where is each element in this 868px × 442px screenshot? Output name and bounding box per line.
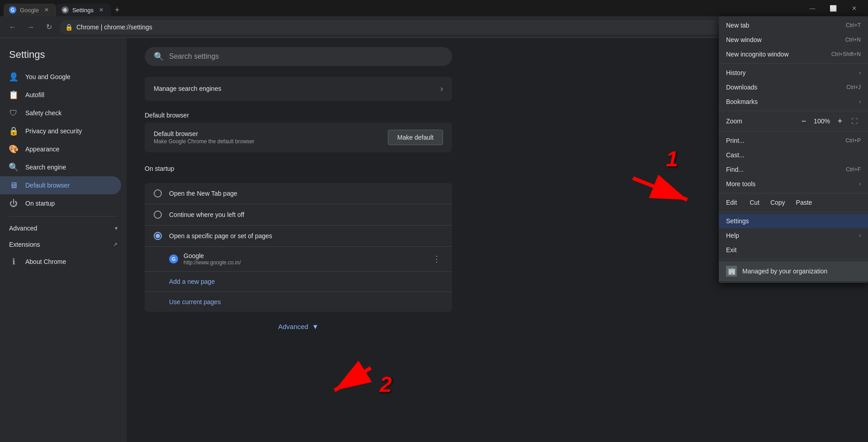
manage-search-engines-row[interactable]: Manage search engines › (145, 77, 452, 101)
sidebar-item-you-and-google[interactable]: 👤 You and Google (0, 68, 121, 86)
option-specific-label: Open a specific page or set of pages (169, 232, 272, 240)
ctx-divider-6 (719, 259, 868, 259)
on-startup-icon: ⏻ (9, 199, 18, 208)
ctx-print-shortcut: Ctrl+P (845, 137, 861, 144)
startup-page-entries: G Google http://www.google.co.in/ ⋮ Add … (145, 247, 452, 312)
page-info: Google http://www.google.co.in/ (184, 252, 425, 266)
page-menu-button[interactable]: ⋮ (430, 253, 443, 265)
lock-icon: 🔒 (65, 24, 73, 31)
ctx-divider-4 (719, 193, 868, 193)
maximize-button[interactable]: ⬜ (823, 0, 844, 16)
add-new-page-link[interactable]: Add a new page (145, 272, 452, 292)
new-tab-button[interactable]: + (111, 4, 123, 16)
privacy-security-label: Privacy and security (25, 127, 82, 135)
ctx-find[interactable]: Find... Ctrl+F (719, 162, 868, 177)
ctx-new-tab-label: New tab (726, 22, 749, 29)
sidebar-item-on-startup[interactable]: ⏻ On startup (0, 194, 121, 212)
advanced-label: Advanced (9, 225, 37, 232)
sidebar-extensions[interactable]: Extensions ↗ (0, 236, 127, 253)
address-bar[interactable]: 🔒 Chrome | chrome://settings (60, 20, 765, 34)
ctx-downloads[interactable]: Downloads Ctrl+J (719, 80, 868, 94)
manage-search-engines-card[interactable]: Manage search engines › (145, 77, 452, 101)
sidebar-title: Settings (0, 45, 127, 68)
safety-check-label: Safety check (25, 109, 61, 117)
option-specific[interactable]: Open a specific page or set of pages (145, 226, 452, 247)
page-entry-google: G Google http://www.google.co.in/ ⋮ (145, 247, 452, 272)
advanced-bottom[interactable]: Advanced ▼ (145, 312, 452, 341)
about-chrome-label: About Chrome (25, 258, 66, 265)
ctx-bookmarks-label: Bookmarks (726, 98, 758, 105)
ctx-cut-button[interactable]: Cut (744, 197, 765, 208)
ctx-exit-label: Exit (726, 246, 736, 254)
about-chrome-icon: ℹ (9, 257, 18, 266)
sidebar-item-default-browser[interactable]: 🖥 Default browser (0, 176, 121, 194)
tab-google[interactable]: G Google ✕ (4, 4, 56, 16)
ctx-find-shortcut: Ctrl+F (846, 166, 861, 173)
manage-search-engines-arrow: › (440, 84, 443, 94)
ctx-exit[interactable]: Exit (719, 243, 868, 257)
manage-search-engines-label: Manage search engines (154, 85, 221, 92)
radio-continue[interactable] (154, 211, 162, 219)
you-and-google-icon: 👤 (9, 72, 18, 81)
sidebar-item-search-engine[interactable]: 🔍 Search engine (0, 158, 121, 176)
sidebar-item-privacy-security[interactable]: 🔒 Privacy and security (0, 122, 121, 140)
ctx-new-window-shortcut: Ctrl+N (845, 37, 861, 43)
reload-button[interactable]: ↻ (42, 20, 56, 34)
settings-favicon: ⚙ (61, 6, 69, 14)
option-continue-label: Continue where you left off (169, 211, 244, 218)
option-continue[interactable]: Continue where you left off (145, 204, 452, 226)
ctx-cast-label: Cast... (726, 151, 744, 159)
ctx-history[interactable]: History › (719, 66, 868, 80)
minimize-button[interactable]: — (802, 0, 823, 16)
advanced-bottom-arrow: ▼ (312, 323, 319, 330)
tab-google-label: Google (20, 7, 39, 14)
tab-google-close[interactable]: ✕ (42, 6, 51, 14)
option-new-tab[interactable]: Open the New Tab page (145, 183, 452, 204)
advanced-bottom-label: Advanced (278, 323, 308, 330)
svg-line-3 (335, 368, 371, 390)
ctx-settings-label: Settings (726, 217, 749, 225)
ctx-new-tab[interactable]: New tab Ctrl+T (719, 18, 868, 33)
tab-strip: G Google ✕ ⚙ Settings ✕ + (0, 0, 798, 16)
sidebar-item-autofill[interactable]: 📋 Autofill (0, 86, 121, 104)
sidebar-item-appearance[interactable]: 🎨 Appearance (0, 140, 121, 158)
make-default-button[interactable]: Make default (388, 130, 443, 145)
search-engine-label: Search engine (25, 164, 66, 171)
sidebar-item-about-chrome[interactable]: ℹ About Chrome (0, 253, 121, 271)
sidebar-item-safety-check[interactable]: 🛡 Safety check (0, 104, 121, 122)
ctx-print[interactable]: Print... Ctrl+P (719, 133, 868, 148)
ctx-settings[interactable]: Settings (719, 214, 868, 228)
ctx-new-window[interactable]: New window Ctrl+N (719, 33, 868, 47)
on-startup-options: Open the New Tab page Continue where you… (145, 183, 452, 312)
ctx-print-label: Print... (726, 137, 744, 144)
close-button[interactable]: ✕ (844, 0, 864, 16)
use-current-pages-link[interactable]: Use current pages (145, 292, 452, 312)
ctx-cast[interactable]: Cast... (719, 148, 868, 162)
ctx-help[interactable]: Help › (719, 228, 868, 243)
radio-new-tab[interactable] (154, 189, 162, 197)
autofill-icon: 📋 (9, 90, 18, 99)
back-button[interactable]: ← (5, 20, 20, 34)
tab-settings[interactable]: ⚙ Settings ✕ (56, 4, 111, 16)
on-startup-label: On startup (25, 200, 55, 207)
external-link-icon: ↗ (113, 241, 118, 248)
tab-settings-close[interactable]: ✕ (97, 6, 105, 14)
ctx-new-incognito[interactable]: New incognito window Ctrl+Shift+N (719, 47, 868, 61)
ctx-copy-button[interactable]: Copy (765, 197, 791, 208)
search-input[interactable] (169, 52, 443, 61)
radio-specific[interactable] (154, 232, 162, 240)
appearance-icon: 🎨 (9, 145, 18, 154)
ctx-managed-icon: 🏢 (726, 266, 737, 277)
ctx-zoom-in-button[interactable]: + (834, 115, 846, 127)
ctx-zoom-out-button[interactable]: − (797, 115, 810, 127)
forward-button[interactable]: → (24, 20, 38, 34)
ctx-zoom-fullscreen-button[interactable]: ⛶ (848, 115, 861, 127)
search-engine-icon: 🔍 (9, 163, 18, 172)
ctx-bookmarks[interactable]: Bookmarks › (719, 94, 868, 109)
sidebar-advanced[interactable]: Advanced ▾ (0, 220, 127, 236)
advanced-arrow-icon: ▾ (115, 225, 118, 231)
ctx-more-tools[interactable]: More tools › (719, 177, 868, 191)
url-text: Chrome | chrome://settings (76, 24, 152, 31)
ctx-paste-button[interactable]: Paste (791, 197, 818, 208)
ctx-new-tab-shortcut: Ctrl+T (846, 22, 861, 28)
